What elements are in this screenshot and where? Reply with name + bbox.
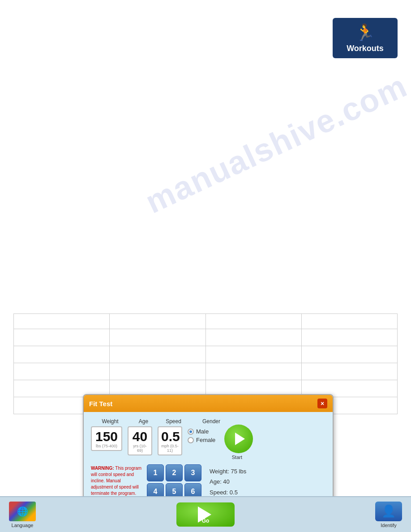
start-button[interactable] <box>224 425 253 453</box>
speed-value-box[interactable]: 0.5 mph (0.5-11) <box>158 426 182 455</box>
numpad-2[interactable]: 2 <box>166 464 183 481</box>
male-radio[interactable] <box>188 429 194 435</box>
female-radio[interactable] <box>188 437 194 443</box>
language-button[interactable]: 🌐 Language <box>9 502 36 528</box>
age-field-label: Age <box>131 418 156 425</box>
weight-sub-label: lbs (75-400) <box>94 444 119 448</box>
fit-test-titlebar: Fit Test × <box>84 395 333 412</box>
age-sub-label: yrs (10-69) <box>131 444 149 453</box>
warning-label: WARNING: <box>91 466 114 471</box>
table-row <box>14 363 398 380</box>
numpad-1[interactable]: 1 <box>147 464 164 481</box>
go-button[interactable]: Go <box>176 502 235 527</box>
age-value: 40 <box>131 429 149 444</box>
field-values-row: 150 lbs (75-400) 40 yrs (10-69) 0.5 mph … <box>91 426 325 460</box>
gender-male-option[interactable]: Male <box>188 428 215 435</box>
go-label: Go <box>176 518 235 524</box>
start-wrapper: Start <box>221 426 253 460</box>
language-icon: 🌐 <box>9 502 36 521</box>
language-label: Language <box>12 523 34 528</box>
male-label: Male <box>196 428 209 435</box>
identify-button[interactable]: 👤 Identify <box>375 502 402 528</box>
watermark: manualshive.com <box>140 67 411 220</box>
speed-value: 0.5 <box>161 429 179 444</box>
speed-sub-label: mph (0.5-11) <box>161 444 179 453</box>
identify-icon-box: 👤 <box>375 502 402 521</box>
table-row <box>14 346 398 363</box>
numpad-3[interactable]: 3 <box>184 464 201 481</box>
weight-value: 150 <box>94 429 119 444</box>
table-row <box>14 329 398 346</box>
weight-value-box[interactable]: 150 lbs (75-400) <box>91 426 122 451</box>
bottom-bar: 🌐 Language Go 👤 Identify <box>0 496 411 532</box>
table-row <box>14 314 398 329</box>
workouts-button[interactable]: 🏃 Workouts <box>333 18 398 58</box>
age-value-box[interactable]: 40 yrs (10-69) <box>128 426 152 455</box>
summary-weight: Weight: 75 lbs <box>210 466 260 476</box>
workouts-run-icon: 🏃 <box>355 23 375 42</box>
gender-field-label: Gender <box>191 418 231 425</box>
summary-age: Age: 40 <box>210 476 260 487</box>
speed-field-label: Speed <box>161 418 186 425</box>
identify-icon: 👤 <box>381 504 396 518</box>
start-play-icon <box>235 433 245 445</box>
gender-selector: Male Female <box>188 426 215 443</box>
fit-test-close-button[interactable]: × <box>317 399 327 408</box>
fit-test-title: Fit Test <box>89 400 112 408</box>
workouts-label: Workouts <box>347 44 384 53</box>
weight-field-label: Weight <box>94 418 126 425</box>
field-labels-row: Weight Age Speed Gender <box>91 418 325 425</box>
identify-label: Identify <box>381 523 396 528</box>
gender-female-option[interactable]: Female <box>188 437 215 443</box>
start-label: Start <box>232 455 242 460</box>
female-label: Female <box>196 437 215 443</box>
